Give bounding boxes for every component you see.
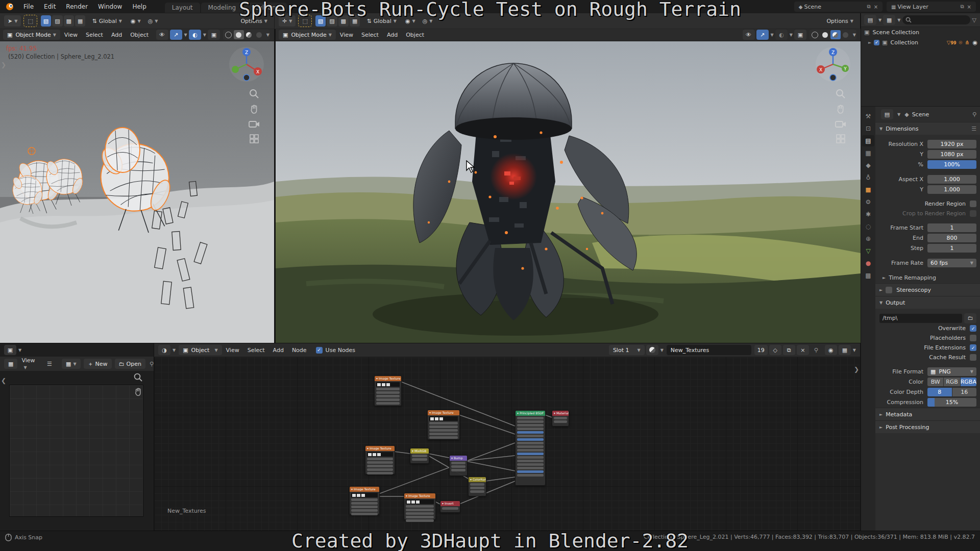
camera-view-icon[interactable] <box>249 119 260 129</box>
pan-hand-icon[interactable] <box>836 104 846 114</box>
active-tool-select-box[interactable]: ⬚ <box>24 15 36 27</box>
pan-hand-icon[interactable] <box>134 387 143 396</box>
panel-stereoscopy[interactable]: ►Stereoscopy <box>875 283 980 296</box>
tab-object-icon[interactable]: ■ <box>862 184 874 195</box>
viewport-menu-view[interactable]: View <box>60 32 82 38</box>
node-menu-view[interactable]: View <box>222 347 243 354</box>
shading-rendered-icon[interactable] <box>841 30 851 39</box>
viewport-menu-object[interactable]: Object <box>126 32 153 38</box>
shading-material-icon[interactable] <box>244 30 254 39</box>
overlay-icon[interactable]: ▦ <box>839 345 851 355</box>
zoom-icon[interactable] <box>836 89 846 99</box>
tab-tool-icon[interactable]: ⚒ <box>862 111 874 122</box>
menu-edit[interactable]: Edit <box>39 3 61 10</box>
color-option-rgb[interactable]: RGB <box>944 378 960 386</box>
shading-rendered-icon[interactable] <box>254 30 264 39</box>
tab-texture-icon[interactable]: ▩ <box>862 270 874 281</box>
camera-view-icon[interactable] <box>835 119 846 129</box>
browse-image-icon[interactable]: ▦▼ <box>62 359 81 369</box>
shading-material-icon[interactable] <box>830 30 841 39</box>
select-mode-3[interactable]: ▩ <box>64 15 74 27</box>
crop-region-checkbox[interactable] <box>970 210 976 217</box>
viewport-menu-add[interactable]: Add <box>383 32 402 38</box>
view-layer-selector[interactable]: ▦ View Layer ⧉ × <box>887 2 976 12</box>
shading-solid-icon[interactable] <box>234 30 244 39</box>
shading-wireframe-icon[interactable] <box>810 30 820 39</box>
editor-type-icon[interactable]: ◑ <box>158 345 170 355</box>
panel-dimensions[interactable]: ▼Dimensions☰ <box>875 122 980 135</box>
copy-icon[interactable]: ⧉ <box>960 4 964 10</box>
shader-node-mixrgb[interactable]: ▾ MixRGB <box>410 448 429 464</box>
outliner-search-input[interactable] <box>902 15 970 24</box>
editor-type-icon[interactable]: ▤ <box>881 109 893 119</box>
overwrite-checkbox[interactable]: ✓ <box>970 325 976 332</box>
cursor-tool-button[interactable]: ➤▼ <box>4 15 21 27</box>
uv-grid-canvas[interactable] <box>9 385 143 517</box>
menu-file[interactable]: File <box>18 3 39 10</box>
zoom-icon[interactable] <box>249 89 259 99</box>
view-menu[interactable]: View ▼ <box>17 357 42 370</box>
tab-world-icon[interactable]: ♁ <box>862 172 874 183</box>
viewport-menu-add[interactable]: Add <box>107 32 126 38</box>
menu-window[interactable]: Window <box>93 3 127 10</box>
pin-icon[interactable]: ⚲ <box>972 111 976 118</box>
use-nodes-checkbox[interactable]: ✓ <box>316 347 323 354</box>
file-extensions-checkbox[interactable]: ✓ <box>970 344 976 351</box>
resolution-y-field[interactable]: 1080 px <box>927 150 976 159</box>
outliner-row-collection[interactable]: ► ✓ ▣ Collection ▽99 ⌾ ⋔ ◉ <box>861 37 980 47</box>
viewport-menu-object[interactable]: Object <box>402 32 428 38</box>
viewport-menu-select[interactable]: Select <box>357 32 383 38</box>
tab-particles-icon[interactable]: ✱ <box>862 209 874 220</box>
options-dropdown[interactable]: Options▼ <box>823 15 857 27</box>
zoom-icon[interactable] <box>134 373 143 382</box>
frame-step-field[interactable]: 1 <box>927 244 976 253</box>
panel-post-processing[interactable]: ►Post Processing <box>875 420 980 433</box>
snap-toggle[interactable]: ◉▼ <box>129 15 143 27</box>
select-mode-2[interactable]: ▨ <box>52 15 62 27</box>
node-menu-add[interactable]: Add <box>269 347 288 354</box>
color-option-bw[interactable]: BW <box>927 378 943 386</box>
shader-type-dropdown[interactable]: ▣Object▼ <box>179 345 222 355</box>
node-menu-select[interactable]: Select <box>243 347 269 354</box>
shading-solid-icon[interactable] <box>820 30 830 39</box>
image-icon[interactable]: ▦ <box>4 359 17 369</box>
tab-render-icon[interactable]: ⊡ <box>862 123 874 134</box>
grid-toggle-icon[interactable] <box>836 134 846 144</box>
output-path-field[interactable]: /tmp\ <box>879 314 962 323</box>
tab-constraints-icon[interactable]: ⊕ <box>862 233 874 244</box>
placeholders-checkbox[interactable] <box>970 335 976 341</box>
tab-object-data-icon[interactable]: ▽ <box>862 245 874 257</box>
resolution-x-field[interactable]: 1920 px <box>927 140 976 148</box>
panel-output[interactable]: ▼Output <box>875 296 980 309</box>
gizmo-toggle-icon[interactable]: ↗ <box>170 30 182 40</box>
sidebar-collapse-arrow[interactable]: ❯ <box>1 61 6 68</box>
file-format-dropdown[interactable]: ▦PNG▼ <box>927 367 976 376</box>
pan-hand-icon[interactable] <box>249 104 259 114</box>
tab-physics-icon[interactable]: ◌ <box>862 221 874 232</box>
filter-funnel-icon[interactable]: ▽ <box>972 17 976 23</box>
frame-start-field[interactable]: 1 <box>927 223 976 232</box>
pin-icon[interactable]: ⚲ <box>814 347 818 354</box>
outliner-row-scene-collection[interactable]: ▣ Scene Collection <box>861 27 980 37</box>
gizmo-toggle-icon[interactable]: ↗ <box>756 30 769 40</box>
panel-metadata[interactable]: ►Metadata <box>875 408 980 420</box>
shader-node-bump[interactable]: ▾ Bump <box>449 455 468 476</box>
slot-dropdown[interactable]: Slot 1▼ <box>609 345 645 355</box>
visibility-dropdown-icon[interactable]: 👁 <box>156 30 168 40</box>
expand-arrow-icon[interactable]: ► <box>868 40 871 45</box>
fake-user-shield-icon[interactable]: ◇ <box>769 345 781 355</box>
visibility-dropdown-icon[interactable]: 👁 <box>743 30 755 40</box>
shader-node-material-output[interactable]: ▾ Material Output <box>552 410 569 427</box>
tab-view-layer-icon[interactable]: ▦ <box>862 147 874 159</box>
menu-hamburger-icon[interactable]: ☰ <box>44 359 55 369</box>
shader-node-editor[interactable]: ◑▼ ▣Object▼ ViewSelectAddNode ✓ Use Node… <box>154 343 860 531</box>
viewport-render[interactable]: ▣Object Mode▼ ViewSelectAddObject 👁 ↗▼ ◐… <box>275 29 861 343</box>
editor-type-icon[interactable]: ▣ <box>4 345 16 355</box>
viewport-wireframe[interactable]: ▣Object Mode▼ ViewSelectAddObject 👁 ↗▼ ◐… <box>0 29 274 343</box>
shader-node-image-texture[interactable]: ▾ Image Texture <box>349 486 380 515</box>
frame-end-field[interactable]: 800 <box>927 234 976 242</box>
viewport-menu-select[interactable]: Select <box>82 32 107 38</box>
workspace-tab-layout[interactable]: Layout <box>165 3 200 13</box>
material-sphere-icon[interactable] <box>646 345 658 355</box>
navigation-gizmo[interactable]: Z X <box>228 46 265 83</box>
